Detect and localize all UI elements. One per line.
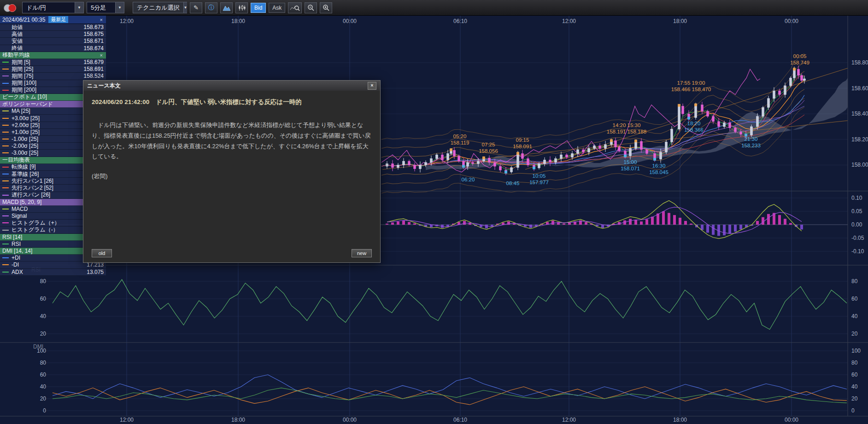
svg-text:20: 20	[40, 331, 47, 337]
svg-text:158.749: 158.749	[790, 60, 809, 65]
svg-text:14:20 15:30: 14:20 15:30	[613, 122, 641, 128]
svg-text:00:00: 00:00	[785, 18, 798, 24]
ask-button[interactable]: Ask	[269, 3, 285, 13]
svg-text:18:00: 18:00	[231, 417, 245, 423]
svg-text:80: 80	[851, 360, 858, 366]
series-color-swatch	[2, 83, 9, 84]
svg-text:60: 60	[851, 372, 858, 378]
currency-pair-select[interactable]: ドル/円 ▼	[22, 2, 84, 13]
svg-text:100: 100	[851, 348, 861, 354]
series-color-swatch	[2, 110, 9, 111]
svg-text:20: 20	[851, 331, 858, 337]
indicator-label: +1.00σ [25]	[12, 129, 40, 135]
timeframe-label: 5分足	[87, 2, 115, 13]
svg-text:0: 0	[851, 407, 855, 414]
series-color-swatch	[2, 118, 9, 119]
technical-select[interactable]: テクニカル選択 ▼	[133, 2, 187, 13]
news-body: ドル円は下値堅い。前週分の新規失業保険申請件数など米経済指標が総じて予想より弱い…	[92, 120, 372, 162]
svg-text:12:00: 12:00	[120, 18, 134, 24]
dialog-titlebar[interactable]: ニュース本文 ×	[83, 81, 380, 91]
svg-text:-0.10: -0.10	[851, 248, 864, 255]
latest-candle-badge: 最新足	[48, 16, 68, 23]
old-news-button[interactable]: old	[92, 249, 112, 257]
spacer	[2, 27, 9, 28]
svg-text:0.05: 0.05	[851, 208, 862, 215]
indicator-value: 158.673	[84, 24, 104, 30]
chart-type-button[interactable]	[220, 2, 233, 13]
series-color-swatch	[2, 152, 9, 153]
svg-text:158.056: 158.056	[479, 148, 498, 154]
svg-text:0.00: 0.00	[851, 221, 862, 228]
svg-text:09:15: 09:15	[516, 137, 529, 143]
chart-search-button[interactable]	[288, 2, 302, 13]
series-color-swatch	[2, 62, 9, 63]
svg-text:12:00: 12:00	[562, 417, 576, 423]
svg-text:00:05: 00:05	[793, 53, 807, 59]
news-dialog: ニュース本文 × 2024/06/20 21:42:00 ドル円、下値堅い 弱い…	[83, 80, 381, 263]
svg-text:00:00: 00:00	[785, 417, 798, 423]
pencil-icon: ✎	[194, 4, 199, 11]
series-color-swatch	[2, 187, 9, 188]
svg-text:80: 80	[40, 360, 47, 366]
svg-text:07:25: 07:25	[482, 142, 495, 147]
candlestick-icon	[238, 5, 246, 11]
svg-text:60: 60	[851, 296, 858, 302]
svg-text:12:00: 12:00	[120, 417, 134, 423]
currency-pair-label: ドル/円	[23, 2, 75, 13]
series-color-swatch	[2, 222, 9, 223]
indicator-label: -1.00σ [25]	[12, 136, 38, 142]
svg-text:158.071: 158.071	[621, 166, 640, 171]
indicator-value: 158.679	[84, 59, 104, 65]
close-icon[interactable]: ×	[99, 52, 104, 58]
svg-text:158.233: 158.233	[741, 143, 761, 148]
svg-text:40: 40	[40, 383, 47, 390]
svg-text:80: 80	[851, 278, 858, 285]
indicator-label: DMI [14, 14]	[2, 248, 32, 254]
draw-tool-button[interactable]: ✎	[190, 2, 202, 13]
series-color-swatch	[2, 180, 9, 181]
svg-text:158.191 158.188: 158.191 158.188	[607, 129, 646, 134]
series-color-swatch	[2, 139, 9, 139]
svg-text:15:00: 15:00	[624, 159, 637, 165]
series-color-swatch	[2, 145, 9, 146]
indicator-label: RSI [14]	[2, 234, 22, 240]
svg-text:18:00: 18:00	[673, 18, 687, 24]
svg-text:20: 20	[40, 395, 47, 402]
svg-text:18:00: 18:00	[673, 417, 687, 423]
svg-text:60: 60	[40, 372, 47, 378]
svg-text:40: 40	[851, 383, 858, 390]
series-color-swatch	[2, 174, 9, 174]
timeframe-select[interactable]: 5分足 ▼	[87, 2, 124, 13]
bid-button[interactable]: Bid	[251, 3, 266, 13]
indicator-value: 158.524	[84, 73, 104, 79]
svg-text:158.466 158.470: 158.466 158.470	[671, 87, 711, 92]
toolbar: ドル/円 ▼ 5分足 ▼ テクニカル選択 ▼ ✎ ⓘ Bid Ask	[0, 0, 868, 16]
zoom-out-button[interactable]	[305, 2, 317, 13]
info-button[interactable]: ⓘ	[205, 2, 217, 13]
new-news-button[interactable]: new	[352, 249, 372, 257]
zoom-in-button[interactable]	[320, 2, 332, 13]
app-logo-icon	[4, 2, 19, 13]
indicator-label: -2.00σ [25]	[12, 143, 38, 149]
svg-text:08:45: 08:45	[506, 180, 520, 186]
svg-text:158.366: 158.366	[684, 127, 704, 133]
svg-text:158.40: 158.40	[851, 110, 868, 117]
series-color-swatch	[2, 215, 9, 216]
indicator-row[interactable]: ADX13.075	[0, 269, 106, 276]
svg-text:158.80: 158.80	[851, 59, 868, 66]
close-icon[interactable]: ×	[368, 82, 376, 90]
indicator-value: 158.675	[84, 31, 104, 37]
candle-info-header[interactable]: 2024/06/21 00:35 最新足 ×	[0, 16, 106, 24]
info-icon: ⓘ	[208, 4, 214, 12]
svg-text:0.10: 0.10	[851, 195, 862, 201]
spacer	[2, 34, 9, 35]
close-icon[interactable]: ×	[99, 17, 104, 23]
candle-chart-button[interactable]	[235, 2, 248, 13]
chart-magnifier-icon	[290, 5, 300, 11]
chevron-down-icon: ▼	[115, 2, 124, 13]
dialog-title: ニュース本文	[87, 82, 121, 90]
news-headline: 2024/06/20 21:42:00 ドル円、下値堅い 弱い米指標に対する反応…	[92, 98, 372, 106]
news-signature: (岩間)	[92, 172, 372, 180]
svg-text:0: 0	[43, 407, 46, 414]
svg-text:18:00: 18:00	[231, 18, 245, 24]
